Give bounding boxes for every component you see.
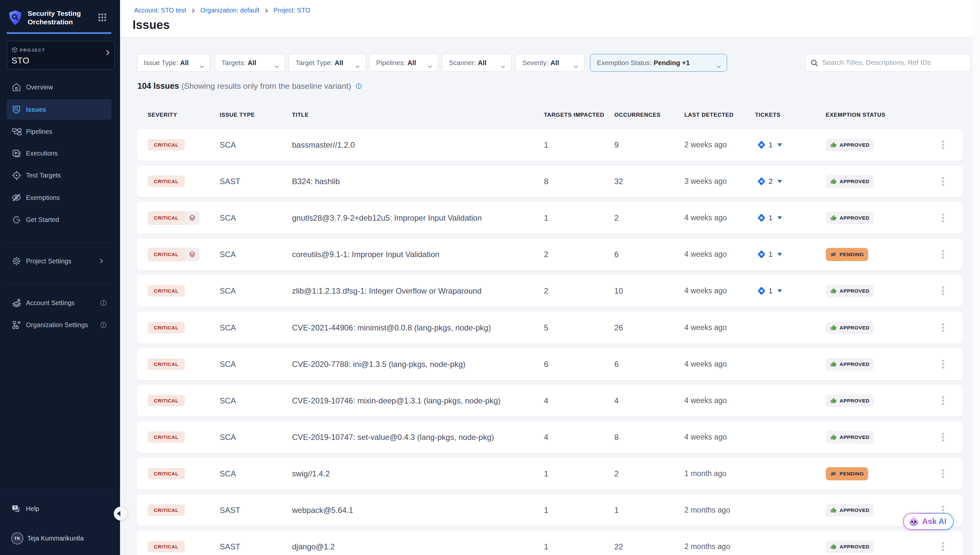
svg-text:?: ? <box>14 506 16 510</box>
